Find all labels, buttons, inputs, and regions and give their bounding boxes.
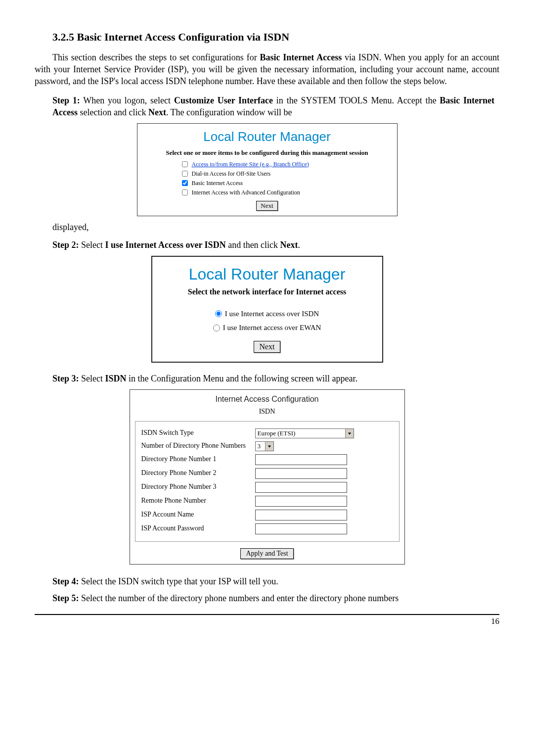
svg-marker-1 [267,445,270,447]
step3-b1: ISDN [105,374,126,383]
panel-local-router-manager-2: Local Router Manager Select the network … [151,256,383,362]
step3-t1: Select [79,374,105,383]
intro-pre1: This section describes the steps to set … [52,52,260,62]
step1-b1: Customize User Interface [174,95,273,105]
displayed-word: displayed, [52,221,499,233]
radio-row: I use Internet access over EWAN [152,323,382,332]
step1-label: Step 1: [52,95,80,105]
step1-paragraph: Step 1: When you logon, select Customize… [52,94,494,119]
svg-marker-0 [348,432,351,434]
step1-t3: selection and click [78,107,148,117]
panel1-item-label: Dial-in Access for Off-Site Users [192,170,271,178]
radio[interactable] [213,325,220,331]
step2-b2: Next [280,240,298,250]
step1-t2: in the SYSTEM TOOLS Menu. Accept the [273,95,440,105]
panel3-title: Internet Access Configuration [213,394,320,405]
switch-type-value: Europe (ETSI) [256,429,345,438]
remote-phone-input[interactable] [255,496,347,507]
radio-label: I use Internet access over EWAN [223,323,321,332]
page-number: 16 [491,616,499,626]
panel1-item: Access to/from Remote Site (e.g., Branch… [182,160,397,168]
checkbox[interactable] [182,189,188,195]
panel1-item: Basic Internet Access [182,179,397,187]
panel1-item-label: Internet Access with Advanced Configurat… [192,189,300,196]
step2-paragraph: Step 2: Select I use Internet Access ove… [52,239,494,251]
dir-phone-1-input[interactable] [255,454,347,465]
checkbox[interactable] [182,171,188,177]
dir-phone-3-input[interactable] [255,482,347,493]
step2-t1: Select [79,240,105,250]
section-number: 3.2.5 [52,31,74,43]
switch-type-select[interactable]: Europe (ETSI) [255,428,354,438]
dir-phone-3-label: Directory Phone Number 3 [141,482,255,492]
panel1-item: Dial-in Access for Off-Site Users [182,170,397,178]
radio[interactable] [215,310,222,317]
panel1-title: Local Router Manager [137,128,397,145]
dropdown-arrow-icon [265,442,273,451]
apply-and-test-button[interactable]: Apply and Test [240,548,293,559]
panel2-title: Local Router Manager [152,264,382,285]
panel2-sub: Select the network interface for Interne… [152,286,382,297]
num-dir-label: Number of Directory Phone Numbers [141,441,255,451]
panel1-heading: Select one or more items to be configure… [137,148,397,157]
panel-internet-access-config: Internet Access Configuration ISDN ISDN … [130,389,405,565]
intro-bold1: Basic Internet Access [260,52,342,62]
panel1-item-label: Basic Internet Access [192,179,243,187]
step2-label: Step 2: [52,240,79,250]
panel3-sub: ISDN [257,407,277,417]
dir-phone-2-input[interactable] [255,468,347,479]
dropdown-arrow-icon [345,429,354,438]
section-heading: Basic Internet Access Configuration via … [77,31,290,43]
radio-label: I use Internet access over ISDN [225,309,319,319]
form-box: ISDN Switch Type Europe (ETSI) Number of… [135,421,400,542]
step2-b1: I use Internet Access over ISDN [105,240,225,250]
panel-local-router-manager-1: Local Router Manager Select one or more … [137,123,398,216]
step3-t2: in the Configuration Menu and the follow… [127,374,357,383]
section-title: 3.2.5 Basic Internet Access Configuratio… [52,30,499,45]
isp-account-password-input[interactable] [255,523,347,534]
step1-t4: . The configuration window will be [166,107,292,117]
step5-label: Step 5: [52,593,79,603]
isp-account-password-label: ISP Account Password [141,524,255,533]
dir-phone-1-label: Directory Phone Number 1 [141,455,255,464]
step5-text: Select the number of the directory phone… [79,593,399,603]
panel1-list: Access to/from Remote Site (e.g., Branch… [137,160,397,197]
num-dir-value: 3 [256,442,265,451]
page-footer: 16 [35,614,499,627]
step3-paragraph: Step 3: Select ISDN in the Configuration… [52,373,494,384]
switch-type-label: ISDN Switch Type [141,428,255,438]
checkbox[interactable] [182,180,188,186]
num-dir-select[interactable]: 3 [255,441,274,451]
dir-phone-2-label: Directory Phone Number 2 [141,469,255,478]
step4-paragraph: Step 4: Select the ISDN switch type that… [52,575,494,587]
remote-phone-label: Remote Phone Number [141,496,255,506]
step4-label: Step 4: [52,576,79,586]
next-button[interactable]: Next [256,201,277,211]
step4-text: Select the ISDN switch type that your IS… [79,576,278,586]
next-button[interactable]: Next [254,341,280,353]
step5-paragraph: Step 5: Select the number of the directo… [52,592,494,604]
panel1-item-label[interactable]: Access to/from Remote Site (e.g., Branch… [192,160,309,168]
radio-row: I use Internet access over ISDN [152,309,382,319]
isp-account-name-label: ISP Account Name [141,510,255,520]
checkbox[interactable] [182,161,188,167]
step3-label: Step 3: [52,374,79,383]
step2-t3: . [298,240,301,250]
isp-account-name-input[interactable] [255,510,347,520]
intro-paragraph: This section describes the steps to set … [35,51,499,88]
panel1-item: Internet Access with Advanced Configurat… [182,189,397,196]
step1-b3: Next [148,107,166,117]
step1-t1: When you logon, select [80,95,174,105]
step2-t2: and then click [226,240,280,250]
